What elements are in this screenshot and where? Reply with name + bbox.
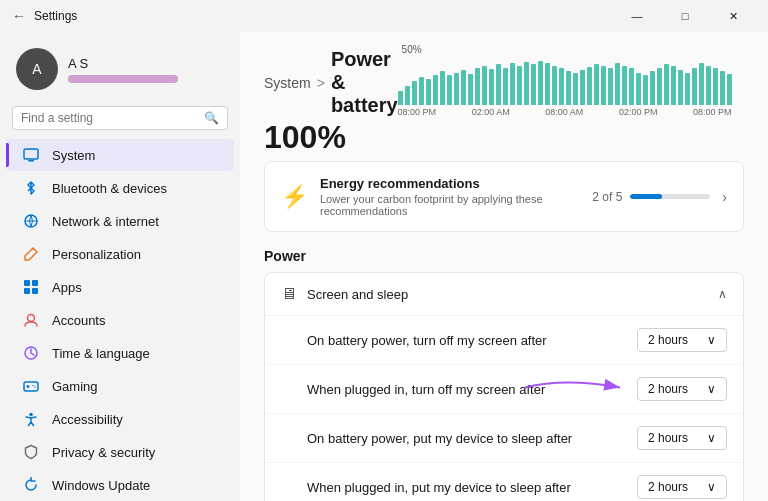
sidebar-label-time: Time & language [52, 346, 150, 361]
gaming-icon [22, 377, 40, 395]
bar-chart-bar [461, 70, 466, 105]
time-icon [22, 344, 40, 362]
bar-chart-bar [496, 64, 501, 105]
sidebar-label-personalization: Personalization [52, 247, 141, 262]
screen-sleep-header[interactable]: 🖥 Screen and sleep ∧ [265, 273, 743, 316]
breadcrumb-parent[interactable]: System [264, 75, 311, 91]
svg-rect-0 [24, 149, 38, 159]
chevron-down-icon: ∨ [707, 480, 716, 494]
card-row-select[interactable]: 2 hours∨ [637, 475, 727, 499]
accessibility-icon [22, 410, 40, 428]
bar-chart-bar [426, 79, 431, 105]
bar-chart-bar [678, 70, 683, 105]
network-icon [22, 212, 40, 230]
sidebar-item-privacy[interactable]: Privacy & security [6, 436, 234, 468]
search-input[interactable] [21, 111, 198, 125]
bar-chart-bar [503, 68, 508, 105]
content-body: ⚡ Energy recommendations Lower your carb… [240, 161, 768, 501]
bar-chart-bar [713, 68, 718, 105]
chart-label: 50% [398, 44, 422, 55]
header-left: System > Power & battery 100% [264, 48, 398, 153]
card-row-label: When plugged in, turn off my screen afte… [307, 382, 637, 397]
maximize-button[interactable]: □ [662, 0, 708, 32]
bar-chart-bar [538, 61, 543, 105]
sidebar-item-personalization[interactable]: Personalization [6, 238, 234, 270]
bar-chart-bar [650, 71, 655, 105]
energy-progress-area: 2 of 5 [592, 190, 710, 204]
svg-point-14 [34, 386, 35, 387]
screen-sleep-icon: 🖥 [281, 285, 297, 303]
card-row-label: On battery power, turn off my screen aft… [307, 333, 637, 348]
card-row: When plugged in, put my device to sleep … [265, 463, 743, 501]
bar-chart-bar [720, 71, 725, 105]
close-button[interactable]: ✕ [710, 0, 756, 32]
bar-chart-bar [573, 73, 578, 105]
main-content: System > Power & battery 100% 50% 08:00 … [240, 32, 768, 501]
user-profile[interactable]: A A S [0, 40, 240, 102]
sidebar-item-network[interactable]: Network & internet [6, 205, 234, 237]
card-row-select[interactable]: 2 hours∨ [637, 377, 727, 401]
select-value: 2 hours [648, 333, 688, 347]
bar-chart [398, 57, 732, 105]
energy-bar-fill [630, 194, 662, 199]
app-container: A A S 🔍 SystemBluetooth & devicesNetwork… [0, 32, 768, 501]
svg-rect-10 [24, 382, 38, 391]
bar-chart-bar [405, 86, 410, 105]
search-box[interactable]: 🔍 [12, 106, 228, 130]
sidebar-label-privacy: Privacy & security [52, 445, 155, 460]
energy-chevron-icon: › [722, 189, 727, 205]
card-row-select[interactable]: 2 hours∨ [637, 426, 727, 450]
sidebar-item-system[interactable]: System [6, 139, 234, 171]
back-icon[interactable]: ← [12, 8, 26, 24]
bar-chart-bar [475, 68, 480, 105]
bar-chart-bar [433, 75, 438, 105]
sidebar-item-accounts[interactable]: Accounts [6, 304, 234, 336]
battery-chart-area: 50% 08:00 PM 02:00 AM 08:00 AM 02:00 PM … [398, 40, 756, 117]
search-icon: 🔍 [204, 111, 219, 125]
privacy-icon [22, 443, 40, 461]
bar-chart-bar [566, 71, 571, 105]
sidebar-item-update[interactable]: Windows Update [6, 469, 234, 501]
energy-text: Energy recommendations Lower your carbon… [320, 176, 580, 217]
bar-chart-bar [559, 68, 564, 105]
titlebar-controls: — □ ✕ [614, 0, 756, 32]
bar-chart-bar [531, 64, 536, 105]
svg-rect-4 [24, 280, 30, 286]
bar-chart-bar [524, 62, 529, 105]
svg-point-15 [29, 413, 33, 417]
bar-chart-bar [727, 74, 732, 105]
card-row-select[interactable]: 2 hours∨ [637, 328, 727, 352]
bar-chart-bar [447, 75, 452, 105]
svg-rect-1 [28, 160, 34, 162]
card-row: When plugged in, turn off my screen afte… [265, 365, 743, 414]
bar-chart-bar [608, 68, 613, 105]
chevron-down-icon: ∨ [707, 382, 716, 396]
card-row-label: On battery power, put my device to sleep… [307, 431, 637, 446]
bar-chart-bar [636, 73, 641, 105]
svg-point-8 [28, 315, 35, 322]
select-value: 2 hours [648, 480, 688, 494]
bar-chart-bar [594, 64, 599, 105]
sidebar-label-bluetooth: Bluetooth & devices [52, 181, 167, 196]
sidebar-item-bluetooth[interactable]: Bluetooth & devices [6, 172, 234, 204]
select-value: 2 hours [648, 431, 688, 445]
bar-chart-bar [552, 66, 557, 105]
sidebar-label-system: System [52, 148, 95, 163]
bar-chart-bar [657, 68, 662, 105]
chevron-down-icon: ∨ [707, 333, 716, 347]
sidebar-item-apps[interactable]: Apps [6, 271, 234, 303]
sidebar-item-accessibility[interactable]: Accessibility [6, 403, 234, 435]
bar-chart-bar [699, 63, 704, 105]
card-row-label: When plugged in, put my device to sleep … [307, 480, 637, 495]
minimize-button[interactable]: — [614, 0, 660, 32]
bar-chart-bar [468, 74, 473, 105]
titlebar-title: Settings [34, 9, 77, 23]
sidebar-item-gaming[interactable]: Gaming [6, 370, 234, 402]
energy-card[interactable]: ⚡ Energy recommendations Lower your carb… [264, 161, 744, 232]
chart-bar-container: 50% 08:00 PM 02:00 AM 08:00 AM 02:00 PM … [398, 44, 732, 117]
svg-rect-6 [24, 288, 30, 294]
content-header: System > Power & battery 100% 50% 08:00 … [240, 32, 768, 161]
sidebar-item-time[interactable]: Time & language [6, 337, 234, 369]
sidebar-label-accessibility: Accessibility [52, 412, 123, 427]
bar-chart-bar [489, 69, 494, 105]
